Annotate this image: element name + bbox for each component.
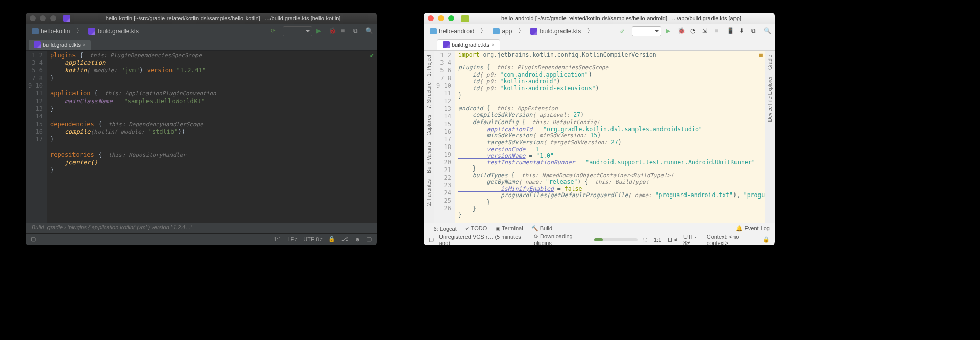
inspection-ok-icon: ✔ — [370, 52, 374, 59]
window-controls — [428, 15, 454, 21]
window-controls — [30, 15, 56, 21]
run-config-select[interactable] — [632, 26, 662, 36]
tool-tab-device-file-explorer[interactable]: Device File Explorer — [767, 74, 773, 124]
editor-tab[interactable]: build.gradle.kts × — [437, 39, 500, 50]
tool-tab-terminal[interactable]: ▣ Terminal — [495, 225, 523, 232]
status-download: ⟳ Downloading plugins — [534, 233, 589, 245]
layout-icon[interactable]: ⧉ — [751, 27, 760, 35]
tool-tab-build-variants[interactable]: Build Variants — [426, 140, 432, 175]
avd-icon[interactable]: 📱 — [727, 27, 735, 35]
file-encoding[interactable]: UTF-8≠ — [683, 234, 701, 246]
breadcrumb-file[interactable]: build.gradle.kts — [85, 27, 142, 36]
sync-icon[interactable]: ⟳ — [271, 27, 279, 35]
process-indicator-icon[interactable]: ◌ — [643, 236, 648, 243]
sync-icon[interactable]: ⇙ — [620, 27, 628, 35]
breadcrumb-label: app — [502, 28, 512, 35]
status-vcs[interactable]: Unregistered VCS r… (5 minutes ago) — [439, 234, 529, 246]
breadcrumb-file[interactable]: build.gradle.kts — [527, 27, 584, 36]
inspector-icon[interactable]: ☻ — [354, 236, 360, 242]
run-config-select[interactable] — [283, 26, 312, 36]
lock-icon[interactable]: 🔒 — [328, 236, 335, 242]
chevron-right-icon: 〉 — [587, 27, 593, 35]
code-area[interactable]: import org.jetbrains.kotlin.config.Kotli… — [455, 51, 765, 223]
navigation-toolbar: hello-android 〉 app 〉 build.gradle.kts 〉… — [424, 24, 775, 38]
kotlin-file-icon — [34, 41, 41, 48]
stop-icon[interactable]: ■ — [341, 27, 349, 35]
maximize-icon[interactable] — [50, 15, 56, 21]
chevron-right-icon: 〉 — [480, 27, 486, 35]
tab-label: build.gradle.kts — [43, 42, 81, 48]
tool-tab-project[interactable]: 1: Project — [426, 53, 432, 78]
run-icon[interactable]: ▶ — [666, 27, 674, 35]
line-ending[interactable]: LF≠ — [668, 237, 677, 243]
stop-icon[interactable]: ■ — [715, 27, 723, 35]
tool-tab-event-log[interactable]: 🔔 Event Log — [736, 225, 770, 232]
titlebar[interactable]: hello-android [~/src/gradle-related/kotl… — [424, 13, 775, 24]
intellij-dark-window: hello-kotlin [~/src/gradle-related/kotli… — [26, 13, 377, 245]
progress-bar — [594, 238, 638, 241]
line-ending[interactable]: LF≠ — [287, 236, 297, 242]
profile-icon[interactable]: ◔ — [690, 27, 698, 35]
search-icon[interactable]: 🔍 — [365, 27, 374, 35]
bottom-tool-stripe: ≡ 6: Logcat ✓ TODO ▣ Terminal 🔨 Build 🔔 … — [424, 223, 775, 234]
chevron-right-icon: 〉 — [76, 27, 82, 35]
file-encoding[interactable]: UTF-8≠ — [303, 236, 322, 242]
line-gutter[interactable]: 1 2 3 4 5 6 7 8 9 10 11 12 13 14 15 16 1… — [26, 51, 47, 223]
tab-label: build.gradle.kts — [452, 42, 489, 48]
editor-container: 1: Project 7: Structure Captures Build V… — [424, 51, 775, 223]
kotlin-file-icon — [88, 28, 95, 35]
kotlin-file-icon — [63, 15, 70, 22]
debug-icon[interactable]: 🐞 — [678, 27, 686, 35]
kotlin-file-icon — [530, 28, 537, 35]
lock-icon[interactable]: 🔒 — [763, 236, 770, 243]
context-status[interactable]: Context: <no context> — [707, 234, 756, 246]
sdk-icon[interactable]: ⬇ — [739, 27, 747, 35]
window-title: hello-kotlin [~/src/gradle-related/kotli… — [106, 15, 341, 21]
android-icon — [461, 15, 469, 22]
code-area[interactable]: plugins { this: PluginDependenciesSpecSc… — [47, 51, 377, 223]
search-icon[interactable]: 🔍 — [764, 27, 772, 35]
layout-icon[interactable]: ⧉ — [353, 27, 361, 35]
tool-tab-todo[interactable]: ✓ TODO — [465, 225, 487, 232]
navigation-toolbar: hello-kotlin 〉 build.gradle.kts ⟳ ▶ 🐞 ■ … — [26, 24, 377, 38]
tool-tab-gradle[interactable]: Gradle — [767, 53, 773, 72]
status-icon[interactable]: ▢ — [429, 236, 434, 243]
tool-tab-favorites[interactable]: 2: Favorites — [426, 177, 432, 208]
editor-tab[interactable]: build.gradle.kts × — [29, 40, 91, 50]
kotlin-file-icon — [443, 41, 450, 48]
tool-tab-captures[interactable]: Captures — [426, 113, 432, 138]
close-icon[interactable] — [30, 15, 36, 21]
debug-icon[interactable]: 🐞 — [329, 27, 337, 35]
right-tool-stripe: Gradle Device File Explorer — [765, 51, 775, 223]
tool-tab-structure[interactable]: 7: Structure — [426, 80, 432, 111]
status-icon[interactable]: ▢ — [31, 236, 36, 242]
inspection-warning-icon: ■ — [759, 52, 763, 58]
caret-position[interactable]: 1:1 — [654, 237, 662, 243]
status-bar: ▢ 1:1 LF≠ UTF-8≠ 🔒 ⎇ ☻ ▢ — [26, 233, 377, 245]
tool-tab-logcat[interactable]: ≡ 6: Logcat — [429, 226, 457, 232]
maximize-icon[interactable] — [448, 15, 454, 21]
line-gutter[interactable]: 1 2 3 4 5 6 7 8 9 10 11 12 13 14 15 16 1… — [434, 51, 455, 223]
tool-tab-build[interactable]: 🔨 Build — [531, 225, 553, 232]
minimize-icon[interactable] — [438, 15, 444, 21]
folder-icon — [430, 28, 437, 34]
breadcrumb-project[interactable]: hello-kotlin — [29, 27, 73, 36]
attach-icon[interactable]: ⇲ — [702, 27, 710, 35]
run-icon[interactable]: ▶ — [316, 27, 325, 35]
chevron-down-icon — [306, 30, 310, 34]
chevron-down-icon — [655, 30, 659, 34]
close-tab-icon[interactable]: × — [492, 42, 495, 48]
breadcrumb-label: build.gradle.kts — [97, 28, 139, 35]
close-tab-icon[interactable]: × — [83, 42, 86, 48]
breadcrumb-module[interactable]: app — [489, 27, 515, 36]
git-icon[interactable]: ⎇ — [341, 236, 348, 242]
structure-breadcrumb[interactable]: Build_gradle › 'plugins { application ko… — [26, 223, 377, 233]
editor: 1 2 3 4 5 6 7 8 9 10 11 12 13 14 15 16 1… — [26, 51, 377, 223]
titlebar[interactable]: hello-kotlin [~/src/gradle-related/kotli… — [26, 13, 377, 24]
close-icon[interactable] — [428, 15, 434, 21]
hector-icon[interactable]: ▢ — [366, 236, 372, 242]
breadcrumb-project[interactable]: hello-android — [427, 27, 477, 36]
minimize-icon[interactable] — [40, 15, 46, 21]
android-studio-window: hello-android [~/src/gradle-related/kotl… — [424, 13, 775, 245]
caret-position[interactable]: 1:1 — [274, 236, 281, 242]
